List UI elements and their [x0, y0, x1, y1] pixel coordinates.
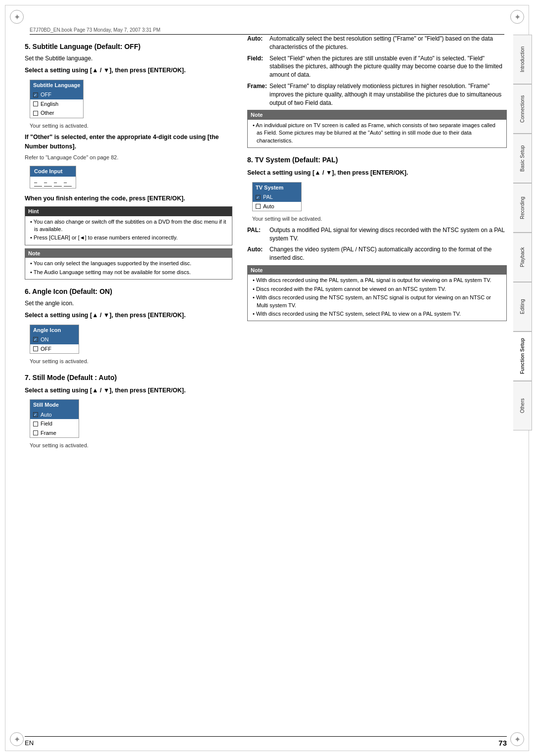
sidebar-tabs: Introduction Connections Basic Setup Rec…: [513, 35, 534, 430]
note-box-section5: Note You can only select the languages s…: [25, 248, 232, 280]
sidebar-tab-editing[interactable]: Editing: [513, 282, 532, 331]
hint-box: Hint You can also change or switch off t…: [25, 206, 232, 245]
tv-pal-row[interactable]: PAL: [253, 192, 301, 202]
angle-off-checkbox: [33, 346, 38, 351]
note2-item-3: With discs recorded using the NTSC syste…: [252, 294, 502, 309]
note1-content: An individual picture on TV screen is ca…: [248, 120, 506, 147]
sidebar-tab-recording[interactable]: Recording: [513, 183, 532, 233]
hint-header: Hint: [25, 207, 232, 216]
code-dash-1: –: [34, 178, 42, 187]
still-auto-checkbox: [33, 412, 38, 417]
subtitle-off-label: OFF: [41, 91, 51, 99]
tv-system-header: TV System: [253, 183, 301, 193]
note2-item-2: Discs recorded with the PAL system canno…: [252, 285, 502, 293]
angle-on-label: ON: [41, 335, 49, 344]
section5-finish-title: When you finish entering the code, press…: [25, 194, 232, 203]
note2-header: Note: [248, 266, 506, 275]
hint-item-1: You can also change or switch off the su…: [29, 218, 228, 234]
note5-content: You can only select the languages suppor…: [25, 258, 232, 279]
section7-instruction: Select a setting using [▲ / ▼], then pre…: [25, 386, 232, 395]
angle-off-label: OFF: [41, 345, 51, 353]
section5-refer: Refer to "Language Code" on page 82.: [25, 153, 232, 162]
still-field-label: Field: [41, 420, 52, 428]
header-bar: E7J70BD_EN.book Page 73 Monday, May 7, 2…: [30, 27, 504, 35]
section8-auto-desc: Auto: Changes the video system (PAL / NT…: [247, 245, 507, 262]
subtitle-language-header: Subtitle Language: [30, 80, 83, 91]
sidebar-tab-introduction[interactable]: Introduction: [513, 35, 532, 84]
auto-desc: Auto: Automatically select the best reso…: [247, 35, 507, 51]
section6-activated: Your setting is activated.: [30, 357, 232, 366]
section5-if-other-title: If "Other" is selected, enter the approp…: [25, 133, 232, 151]
tv-auto-row[interactable]: Auto: [253, 202, 301, 211]
section6-title: 6. Angle Icon (Default: ON): [25, 286, 232, 297]
still-field-checkbox: [33, 422, 38, 426]
still-frame-checkbox: [33, 430, 38, 435]
sidebar-tab-connections[interactable]: Connections: [513, 84, 532, 134]
auto-text: Automatically select the best resolution…: [269, 35, 507, 51]
subtitle-off-row[interactable]: OFF: [30, 90, 83, 99]
subtitle-other-label: Other: [41, 109, 54, 117]
still-mode-box: Still Mode Auto Field Frame: [30, 399, 79, 438]
main-content: 5. Subtitle Language (Default: OFF) Set …: [25, 35, 507, 729]
still-field-row[interactable]: Field: [30, 419, 79, 428]
field-text: Select "Field" when the pictures are sti…: [269, 54, 507, 79]
still-auto-label: Auto: [41, 411, 52, 419]
tv-pal-checkbox: [256, 195, 261, 200]
note-box-right1: Note An individual picture on TV screen …: [247, 110, 507, 148]
tv-pal-label: PAL: [263, 193, 273, 201]
code-dash-2: –: [44, 178, 52, 187]
still-auto-row[interactable]: Auto: [30, 410, 79, 420]
note1-item-1: An individual picture on TV screen is ca…: [252, 122, 502, 144]
note5-item-2: The Audio Language setting may not be av…: [29, 269, 228, 276]
frame-desc: Frame: Select "Frame" to display relativ…: [247, 82, 507, 107]
section8-instruction: Select a setting using [▲ / ▼], then pre…: [247, 168, 507, 178]
section5-title: 5. Subtitle Language (Default: OFF): [25, 42, 232, 52]
note5-header: Note: [25, 249, 232, 258]
note2-item-4: With discs recorded using the NTSC syste…: [252, 310, 502, 318]
footer-en: EN: [25, 739, 34, 747]
frame-label: Frame:: [247, 82, 269, 107]
tv-system-box: TV System PAL Auto: [252, 182, 302, 212]
section5-subtitle: Set the Subtitle language.: [25, 54, 232, 63]
section6-instruction: Select a setting using [▲ / ▼], then pre…: [25, 311, 232, 320]
angle-on-row[interactable]: ON: [30, 335, 79, 344]
field-desc: Field: Select "Field" when the pictures …: [247, 54, 507, 79]
code-input-box: Code Input – – – –: [30, 166, 76, 189]
tv-auto-label: Auto: [263, 202, 274, 211]
header-text: E7J70BD_EN.book Page 73 Monday, May 7, 2…: [30, 27, 160, 33]
pal-label: PAL:: [247, 226, 269, 243]
sidebar-tab-basic-setup[interactable]: Basic Setup: [513, 134, 532, 183]
code-dash-3: –: [54, 178, 62, 187]
note1-header: Note: [248, 110, 506, 120]
sidebar-tab-playback[interactable]: Playback: [513, 233, 532, 282]
still-frame-row[interactable]: Frame: [30, 428, 79, 438]
hint-content: You can also change or switch off the su…: [25, 216, 232, 245]
still-frame-label: Frame: [41, 429, 56, 437]
section7-activated: Your setting is activated.: [30, 441, 232, 450]
frame-text: Select "Frame" to display relatively mot…: [269, 82, 507, 107]
note2-item-1: With discs recorded using the PAL system…: [252, 277, 502, 284]
auto-label: Auto:: [247, 35, 269, 51]
sidebar-tab-others[interactable]: Others: [513, 381, 532, 430]
section6-subtitle: Set the angle icon.: [25, 299, 232, 308]
section8-activated: Your setting will be activated.: [252, 215, 507, 223]
subtitle-english-row[interactable]: English: [30, 99, 83, 109]
code-dash-4: –: [64, 178, 72, 187]
section7-title: 7. Still Mode (Default : Auto): [25, 373, 232, 383]
subtitle-other-row[interactable]: Other: [30, 108, 83, 118]
section8-auto-label: Auto:: [247, 245, 269, 262]
subtitle-language-box: Subtitle Language OFF English Other: [30, 80, 84, 118]
section8-auto-text: Changes the video system (PAL / NTSC) au…: [269, 245, 507, 262]
pal-text: Outputs a modified PAL signal for viewin…: [269, 226, 507, 243]
note-box-right2: Note With discs recorded using the PAL s…: [247, 265, 507, 321]
note2-content: With discs recorded using the PAL system…: [248, 275, 506, 321]
section8-title: 8. TV System (Default: PAL): [247, 155, 507, 165]
pal-desc: PAL: Outputs a modified PAL signal for v…: [247, 226, 507, 243]
angle-on-checkbox: [33, 337, 38, 342]
subtitle-other-checkbox: [33, 111, 38, 116]
sidebar-tab-function-setup[interactable]: Function Setup: [513, 331, 532, 381]
code-input-header: Code Input: [30, 166, 76, 177]
subtitle-english-checkbox: [33, 101, 38, 106]
left-column: 5. Subtitle Language (Default: OFF) Set …: [25, 35, 242, 729]
angle-off-row[interactable]: OFF: [30, 344, 79, 354]
